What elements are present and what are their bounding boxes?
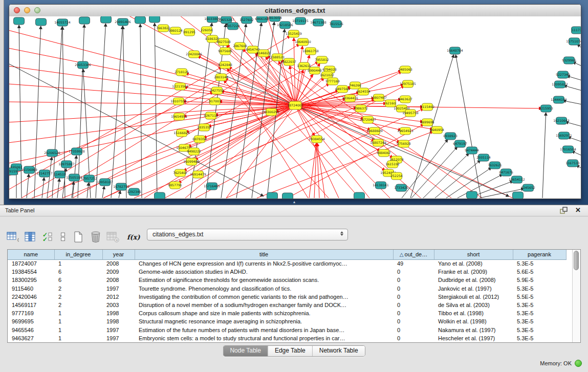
table-cell[interactable]: 5.3E-5 <box>513 301 566 309</box>
graph-node[interactable]: 252254 <box>390 172 403 180</box>
graph-node[interactable]: 19218586 <box>277 21 293 29</box>
table-cell[interactable]: 19384554 <box>8 268 54 276</box>
graph-node[interactable]: 18724007 <box>287 101 303 110</box>
graph-node[interactable] <box>149 16 160 23</box>
graph-node[interactable] <box>354 192 365 199</box>
table-cell[interactable]: 5.3E-5 <box>513 259 566 268</box>
collapsed-side-panel[interactable] <box>0 0 4 205</box>
graph-node[interactable] <box>101 16 112 23</box>
graph-node[interactable]: 16210643 <box>553 117 570 124</box>
table-cell[interactable]: 1998 <box>102 309 135 317</box>
table-row[interactable]: 946554611997Estimation of the future num… <box>8 326 566 334</box>
graph-node[interactable]: 62160 <box>385 100 396 107</box>
graph-node[interactable]: 9875685 <box>218 48 232 55</box>
graph-node[interactable]: 1527602 <box>239 16 254 24</box>
table-cell[interactable]: 2008 <box>102 276 135 284</box>
table-cell[interactable]: 0 <box>393 285 434 293</box>
table-cell[interactable]: Nakamura et al. (1997) <box>434 326 513 334</box>
graph-node[interactable]: 2718126 <box>175 69 189 76</box>
table-cell[interactable]: Structural magnetic resonance image aver… <box>135 317 393 325</box>
table-cell[interactable]: 2003 <box>102 301 135 309</box>
table-cell[interactable]: 1998 <box>102 317 135 325</box>
graph-node[interactable]: 9227349 <box>556 71 570 78</box>
table-cell[interactable]: 9465546 <box>8 326 54 334</box>
graph-node[interactable]: 9474444 <box>465 147 479 154</box>
table-row[interactable]: 1872400712008Changes of HCN gene express… <box>8 259 566 268</box>
graph-node[interactable]: 10958107 <box>97 179 113 186</box>
table-cell[interactable]: 1 <box>54 259 102 268</box>
table-row[interactable]: 946362711997Embryonic stem cells: a mode… <box>8 334 566 342</box>
table-cell[interactable]: 0 <box>393 326 434 334</box>
graph-node[interactable]: 9777169 <box>325 78 340 85</box>
table-cell[interactable]: Embryonic stem cells: a model to study s… <box>135 334 393 342</box>
table-cell[interactable]: 1 <box>54 334 102 342</box>
graph-node[interactable]: 2867608 <box>233 42 247 50</box>
graph-node[interactable]: 20891406 <box>115 18 131 26</box>
table-cell[interactable]: Yano et al. (2008) <box>434 259 513 268</box>
graph-node[interactable]: 17359928 <box>69 148 85 155</box>
table-cell[interactable]: 0 <box>393 268 434 276</box>
graph-node[interactable]: 9245652 <box>521 184 535 191</box>
table-cell[interactable]: 2009 <box>102 268 135 276</box>
column-header[interactable]: short <box>434 250 513 259</box>
graph-node[interactable]: 9860124 <box>168 27 183 34</box>
table-cell[interactable]: 5.3E-5 <box>513 317 566 325</box>
table-cell[interactable]: Wolkin et al. (1998) <box>434 317 513 325</box>
table-cell[interactable]: 0 <box>393 309 434 317</box>
table-cell[interactable]: 2 <box>54 301 102 309</box>
table-cell[interactable]: 5.3E-5 <box>513 309 566 317</box>
table-cell[interactable]: 0 <box>393 301 434 309</box>
table-cell[interactable]: 1 <box>54 317 102 325</box>
graph-node[interactable]: 9884067 <box>377 149 391 157</box>
table-cell[interactable]: Investigating the contribution of common… <box>135 293 393 301</box>
table-cell[interactable]: 9115460 <box>8 285 54 293</box>
table-cell[interactable]: 18300295 <box>8 276 54 284</box>
table-cell[interactable]: 18724007 <box>8 259 54 268</box>
table-cell[interactable]: 0 <box>393 293 434 301</box>
graph-node[interactable]: 7986372 <box>354 105 368 112</box>
graph-node[interactable] <box>14 17 25 25</box>
graph-node[interactable]: 16782759 <box>113 183 129 190</box>
select-rows-icon[interactable]: ✓ ✓ <box>41 231 54 243</box>
graph-node[interactable]: 7632621 <box>488 162 502 169</box>
graph-node[interactable]: 8813054 <box>268 16 282 21</box>
network-canvas[interactable]: 1405572420891406766382298601248912951603… <box>9 16 581 199</box>
graph-node[interactable] <box>282 193 293 199</box>
column-header[interactable]: name <box>8 250 54 259</box>
graph-node[interactable]: 12444193 <box>551 96 567 103</box>
graph-node[interactable]: 8471676 <box>499 169 513 176</box>
graph-node[interactable]: 39159 <box>9 168 18 175</box>
table-cell[interactable]: Disruption of a novel member of a sodium… <box>135 301 393 309</box>
tab-edge-table[interactable]: Edge Table <box>268 346 313 356</box>
graph-node[interactable]: 9498222 <box>187 148 201 155</box>
graph-node[interactable]: 11156869 <box>21 166 37 173</box>
table-cell[interactable]: 5.9E-5 <box>513 276 566 284</box>
table-cell[interactable]: 9699695 <box>8 317 54 325</box>
graph-node[interactable]: 16099489 <box>183 158 200 165</box>
vertical-scrollbar[interactable] <box>572 250 580 342</box>
graph-node[interactable]: 10654112 <box>509 176 525 183</box>
table-cell[interactable]: Estimation of significance thresholds fo… <box>135 276 393 284</box>
graph-node[interactable]: 9463627 <box>398 96 412 103</box>
graph-node[interactable]: 1615192 <box>385 161 400 168</box>
graph-node[interactable]: 1835355 <box>197 124 211 131</box>
table-cell[interactable]: 2 <box>54 293 102 301</box>
delete-icon[interactable] <box>89 231 102 243</box>
graph-node[interactable]: 18300295 <box>263 108 279 116</box>
graph-node[interactable]: 9242848 <box>218 61 232 69</box>
table-row[interactable]: 969969511998Structural magnetic resonanc… <box>8 317 566 325</box>
table-settings-icon[interactable]: ⚙ <box>6 231 19 243</box>
graph-node[interactable]: 19384554 <box>309 136 325 143</box>
table-cell[interactable]: 6 <box>54 268 102 276</box>
table-cell[interactable]: 5.3E-5 <box>513 334 566 342</box>
table-cell[interactable]: Estimation of the future numbers of pati… <box>135 326 393 334</box>
table-cell[interactable]: 5.3E-5 <box>513 285 566 293</box>
table-row[interactable]: 977716911998Corpus callosum shape and si… <box>8 309 566 317</box>
show-column-icon[interactable] <box>24 231 37 243</box>
graph-node[interactable]: 15692971 <box>556 132 572 139</box>
table-selector-dropdown[interactable]: citations_edges.txt <box>147 229 348 240</box>
table-row[interactable]: 1938455462009Genome-wide association stu… <box>8 268 566 276</box>
graph-node[interactable]: 9827508 <box>216 38 231 46</box>
table-cell[interactable]: Tibbo et al. (1998) <box>434 309 513 317</box>
graph-node[interactable]: 18640910 <box>295 38 311 46</box>
